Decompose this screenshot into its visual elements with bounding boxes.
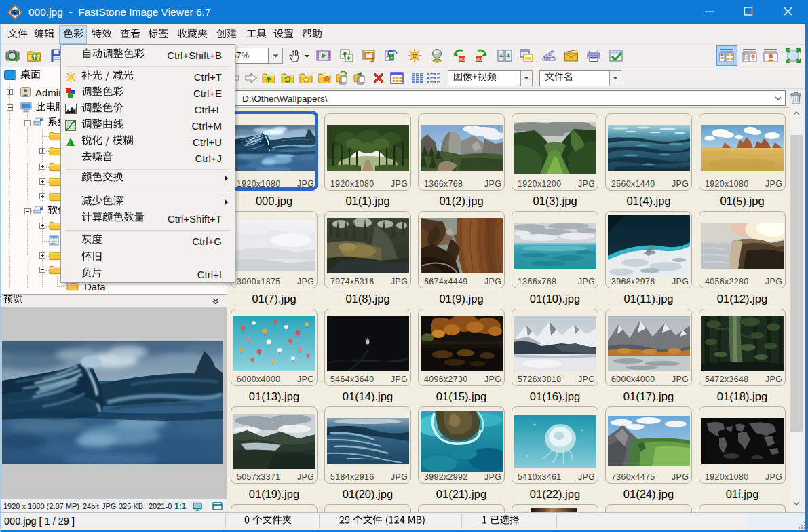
svg-text:90: 90 [476, 56, 482, 62]
svg-text:90: 90 [459, 56, 465, 62]
svg-text:C: C [387, 48, 394, 58]
